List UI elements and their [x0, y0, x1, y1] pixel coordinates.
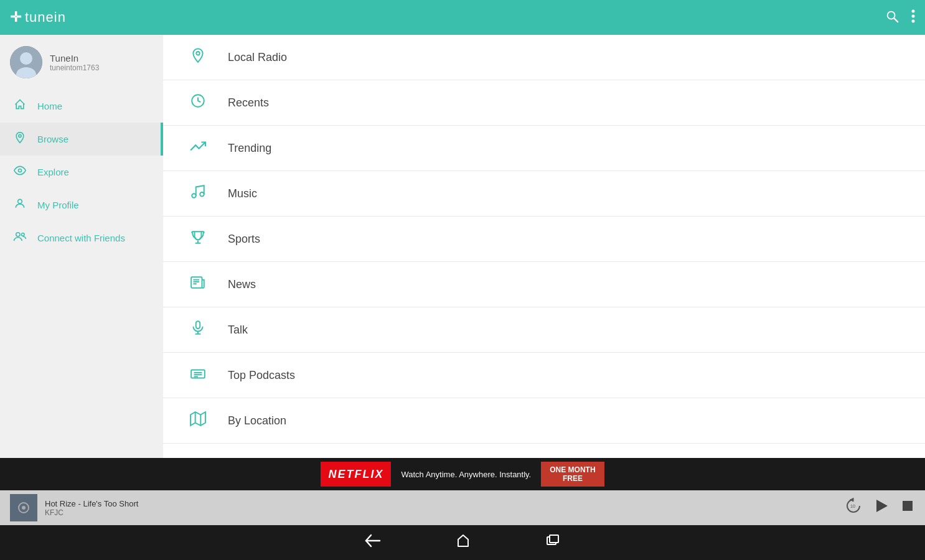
- eye-icon: [12, 164, 27, 180]
- ad-cta-button[interactable]: ONE MONTHFREE: [541, 462, 604, 487]
- user-name: TuneIn: [50, 53, 99, 63]
- podcasts-icon: [188, 365, 208, 385]
- person-icon: [12, 197, 27, 213]
- newspaper-icon: [188, 274, 208, 294]
- bottom-section: NETFLIX Watch Anytime. Anywhere. Instant…: [0, 458, 925, 560]
- svg-text:10: 10: [850, 504, 855, 508]
- player-bar: Hot Rize - Life's Too Short KFJC 10: [0, 490, 925, 525]
- svg-point-3: [912, 14, 915, 17]
- netflix-logo: NETFLIX: [321, 462, 391, 487]
- sidebar-item-home[interactable]: Home: [0, 90, 163, 123]
- user-info: TuneIn tuneintom1763: [50, 53, 99, 72]
- track-title: Hot Rize - Life's Too Short: [45, 499, 837, 508]
- track-thumbnail: [10, 494, 37, 521]
- svg-rect-36: [903, 501, 913, 511]
- people-icon: [12, 230, 27, 246]
- home-icon: [12, 98, 27, 114]
- play-button[interactable]: [873, 497, 890, 518]
- top-podcasts-label: Top Podcasts: [228, 369, 295, 382]
- sidebar-item-connect[interactable]: Connect with Friends: [0, 222, 163, 254]
- android-nav-bar: [0, 525, 925, 560]
- ad-text: Watch Anytime. Anywhere. Instantly.: [391, 462, 541, 487]
- svg-rect-21: [196, 321, 200, 329]
- player-controls: 10: [844, 497, 915, 519]
- replay10-button[interactable]: 10: [844, 497, 863, 519]
- android-home-button[interactable]: [456, 533, 471, 552]
- sidebar-item-browse[interactable]: Browse: [0, 123, 163, 156]
- more-options-icon[interactable]: [911, 9, 915, 26]
- sidebar-item-explore[interactable]: Explore: [0, 156, 163, 189]
- map-icon: [188, 411, 208, 431]
- content-item-talk[interactable]: Talk: [163, 307, 925, 353]
- sidebar-connect-label: Connect with Friends: [37, 233, 125, 243]
- trophy-icon: [188, 229, 208, 249]
- user-handle: tuneintom1763: [50, 63, 99, 72]
- svg-point-8: [19, 134, 21, 137]
- ad-banner[interactable]: NETFLIX Watch Anytime. Anywhere. Instant…: [321, 462, 604, 487]
- content-item-local-radio[interactable]: Local Radio: [163, 35, 925, 80]
- svg-marker-35: [876, 500, 888, 512]
- svg-point-6: [20, 52, 32, 65]
- svg-point-33: [22, 506, 26, 510]
- recents-label: Recents: [228, 96, 269, 110]
- svg-point-16: [200, 192, 204, 197]
- track-info: Hot Rize - Life's Too Short KFJC: [45, 499, 837, 517]
- stop-button[interactable]: [900, 498, 915, 517]
- music-note-icon: [188, 184, 208, 203]
- track-station: KFJC: [45, 508, 837, 517]
- location-pin-icon: [188, 47, 208, 67]
- local-radio-label: Local Radio: [228, 51, 287, 64]
- microphone-icon: [188, 320, 208, 340]
- content-item-trending[interactable]: Trending: [163, 126, 925, 171]
- sidebar-home-label: Home: [37, 101, 62, 111]
- avatar: [10, 46, 42, 78]
- music-label: Music: [228, 187, 257, 200]
- svg-point-13: [196, 52, 199, 55]
- clock-icon: [188, 93, 208, 113]
- content-item-music[interactable]: Music: [163, 171, 925, 217]
- sidebar-browse-label: Browse: [37, 134, 68, 144]
- content-item-recents[interactable]: Recents: [163, 80, 925, 126]
- svg-point-15: [192, 194, 196, 198]
- app-name: tunein: [25, 9, 66, 26]
- sports-label: Sports: [228, 233, 260, 246]
- svg-point-9: [19, 169, 22, 172]
- pin-icon: [12, 131, 27, 147]
- svg-line-1: [894, 18, 898, 22]
- sidebar-explore-label: Explore: [37, 167, 69, 177]
- svg-point-11: [16, 233, 20, 236]
- tunein-plus-icon: ✛: [10, 9, 21, 26]
- svg-point-12: [21, 233, 24, 236]
- svg-rect-39: [550, 535, 558, 543]
- svg-rect-17: [191, 277, 202, 287]
- sidebar-item-my-profile[interactable]: My Profile: [0, 189, 163, 222]
- app-logo: ✛ tunein: [10, 9, 66, 26]
- sidebar: TuneIn tuneintom1763 Home Browse: [0, 35, 163, 525]
- news-label: News: [228, 278, 256, 291]
- trending-label: Trending: [228, 142, 271, 155]
- back-button[interactable]: [365, 534, 381, 551]
- trending-icon: [188, 138, 208, 158]
- by-location-label: By Location: [228, 414, 286, 427]
- svg-point-10: [18, 199, 22, 203]
- content-item-top-podcasts[interactable]: Top Podcasts: [163, 353, 925, 398]
- content-item-by-location[interactable]: By Location: [163, 398, 925, 444]
- topbar: ✛ tunein: [0, 0, 925, 35]
- content-item-sports[interactable]: Sports: [163, 217, 925, 262]
- topbar-actions: [885, 9, 915, 26]
- svg-point-2: [912, 9, 915, 12]
- ad-row[interactable]: NETFLIX Watch Anytime. Anywhere. Instant…: [0, 458, 925, 490]
- svg-point-4: [912, 19, 915, 22]
- talk-label: Talk: [228, 324, 248, 337]
- sidebar-myprofile-label: My Profile: [37, 200, 79, 210]
- svg-marker-28: [190, 412, 205, 426]
- recents-button[interactable]: [545, 534, 560, 551]
- search-icon[interactable]: [885, 9, 899, 26]
- content-item-news[interactable]: News: [163, 262, 925, 307]
- user-section: TuneIn tuneintom1763: [0, 35, 163, 90]
- content-area: Local Radio Recents Trending: [163, 35, 925, 525]
- main-layout: TuneIn tuneintom1763 Home Browse: [0, 35, 925, 525]
